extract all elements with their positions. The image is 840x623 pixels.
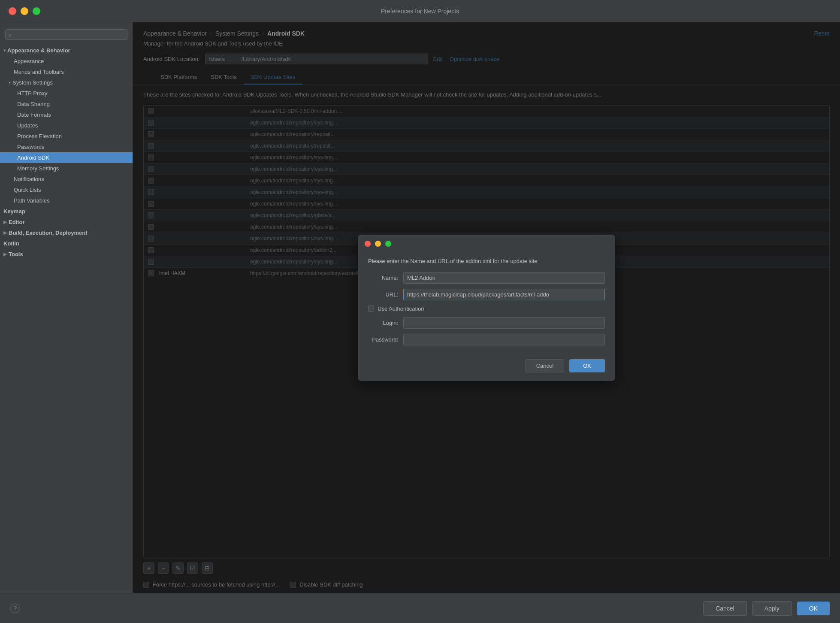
modal-body: Please enter the Name and URL of the add… <box>358 251 615 345</box>
window-controls <box>9 7 40 15</box>
sidebar-item-path-variables[interactable]: Path Variables <box>0 195 133 206</box>
modal-footer: Cancel OK <box>358 351 615 381</box>
modal-password-input[interactable] <box>403 334 605 345</box>
minimize-button[interactable] <box>21 7 28 15</box>
sidebar-item-kotlin[interactable]: Kotlin <box>0 238 133 249</box>
modal-titlebar <box>358 235 615 251</box>
sidebar-item-label: Passwords <box>17 144 45 150</box>
sidebar-item-label: Keymap <box>3 208 25 215</box>
sidebar-item-label: Data Sharing <box>17 101 50 107</box>
sidebar-item-process-elevation[interactable]: Process Elevation <box>0 131 133 142</box>
modal-cancel-button[interactable]: Cancel <box>526 359 564 372</box>
modal-name-field: Name: <box>368 272 605 284</box>
modal-maximize-button[interactable] <box>385 241 391 247</box>
sidebar-item-label: Updates <box>17 122 38 129</box>
sidebar-item-appearance[interactable]: Appearance <box>0 56 133 67</box>
sidebar-item-label: System Settings <box>12 79 53 86</box>
collapse-arrow-icon: ▶ <box>3 220 7 224</box>
modal-name-input[interactable] <box>403 272 605 284</box>
title-bar: Preferences for New Projects <box>0 0 840 22</box>
sidebar-item-notifications[interactable]: Notifications <box>0 174 133 184</box>
sidebar-item-label: Build, Execution, Deployment <box>9 230 87 236</box>
modal-password-field: Password: <box>368 334 605 345</box>
window-title: Preferences for New Projects <box>381 8 459 15</box>
sidebar-item-quick-lists[interactable]: Quick Lists <box>0 184 133 195</box>
footer-apply-button[interactable]: Apply <box>752 601 792 616</box>
use-auth-label: Use Authentication <box>378 305 424 312</box>
sidebar-item-label: Kotlin <box>3 240 19 247</box>
footer: ? Cancel Apply OK <box>0 593 840 623</box>
modal-auth-row: Use Authentication <box>368 305 605 312</box>
sidebar: ⌕ ▾ Appearance & Behavior Appearance Men… <box>0 22 133 593</box>
sidebar-item-label: Tools <box>9 251 23 257</box>
sidebar-item-http-proxy[interactable]: HTTP Proxy <box>0 88 133 99</box>
collapse-arrow-icon: ▾ <box>9 80 11 85</box>
modal-url-input[interactable] <box>403 289 605 300</box>
sidebar-item-label: Editor <box>9 219 25 225</box>
modal-login-field: Login: <box>368 317 605 329</box>
modal-overlay: Please enter the Name and URL of the add… <box>133 22 840 593</box>
sidebar-item-label: Process Elevation <box>17 133 62 139</box>
sidebar-item-tools[interactable]: ▶ Tools <box>0 249 133 260</box>
use-auth-checkbox[interactable] <box>368 305 374 312</box>
sidebar-item-appearance-behavior[interactable]: ▾ Appearance & Behavior <box>0 45 133 56</box>
sidebar-item-updates[interactable]: Updates <box>0 120 133 131</box>
search-input[interactable] <box>5 29 127 40</box>
sidebar-item-keymap[interactable]: Keymap <box>0 206 133 217</box>
sidebar-item-passwords[interactable]: Passwords <box>0 142 133 152</box>
modal-login-label: Login: <box>368 320 398 326</box>
collapse-arrow-icon: ▶ <box>3 230 7 235</box>
sidebar-item-build-exec[interactable]: ▶ Build, Execution, Deployment <box>0 227 133 238</box>
footer-cancel-button[interactable]: Cancel <box>703 601 747 616</box>
sidebar-item-label: Android SDK <box>17 154 49 161</box>
modal-minimize-button[interactable] <box>375 241 381 247</box>
sidebar-item-label: Memory Settings <box>17 165 59 172</box>
main-layout: ⌕ ▾ Appearance & Behavior Appearance Men… <box>0 22 840 593</box>
footer-ok-button[interactable]: OK <box>797 602 830 615</box>
modal-close-button[interactable] <box>365 241 371 247</box>
sidebar-item-label: Menus and Toolbars <box>14 69 64 75</box>
maximize-button[interactable] <box>33 7 40 15</box>
modal-url-label: URL: <box>368 291 398 298</box>
collapse-arrow-icon: ▾ <box>3 48 6 53</box>
sidebar-item-label: HTTP Proxy <box>17 90 48 97</box>
modal-description: Please enter the Name and URL of the add… <box>368 258 605 264</box>
search-icon: ⌕ <box>9 32 12 37</box>
sidebar-item-editor[interactable]: ▶ Editor <box>0 217 133 227</box>
modal-login-input[interactable] <box>403 317 605 329</box>
sidebar-item-label: Appearance <box>14 58 44 64</box>
modal-name-label: Name: <box>368 275 398 281</box>
sidebar-item-data-sharing[interactable]: Data Sharing <box>0 99 133 109</box>
content-area: Appearance & Behavior › System Settings … <box>133 22 840 593</box>
search-container: ⌕ <box>0 26 133 45</box>
sidebar-item-android-sdk[interactable]: Android SDK <box>0 152 133 163</box>
sidebar-section-label: Appearance & Behavior <box>7 47 70 54</box>
sidebar-item-menus-toolbars[interactable]: Menus and Toolbars <box>0 67 133 77</box>
sidebar-item-system-settings[interactable]: ▾ System Settings <box>0 77 133 88</box>
collapse-arrow-icon: ▶ <box>3 252 7 257</box>
sidebar-item-label: Quick Lists <box>14 187 41 193</box>
help-button[interactable]: ? <box>10 604 20 613</box>
modal-password-label: Password: <box>368 336 398 343</box>
sidebar-item-label: Notifications <box>14 176 44 182</box>
footer-actions: Cancel Apply OK <box>703 601 830 616</box>
close-button[interactable] <box>9 7 16 15</box>
sidebar-item-date-formats[interactable]: Date Formats <box>0 109 133 120</box>
modal-ok-button[interactable]: OK <box>569 359 605 372</box>
modal-dialog: Please enter the Name and URL of the add… <box>358 235 615 381</box>
sidebar-item-memory-settings[interactable]: Memory Settings <box>0 163 133 174</box>
modal-url-field: URL: <box>368 289 605 300</box>
sidebar-item-label: Date Formats <box>17 112 51 118</box>
sidebar-item-label: Path Variables <box>14 197 50 204</box>
